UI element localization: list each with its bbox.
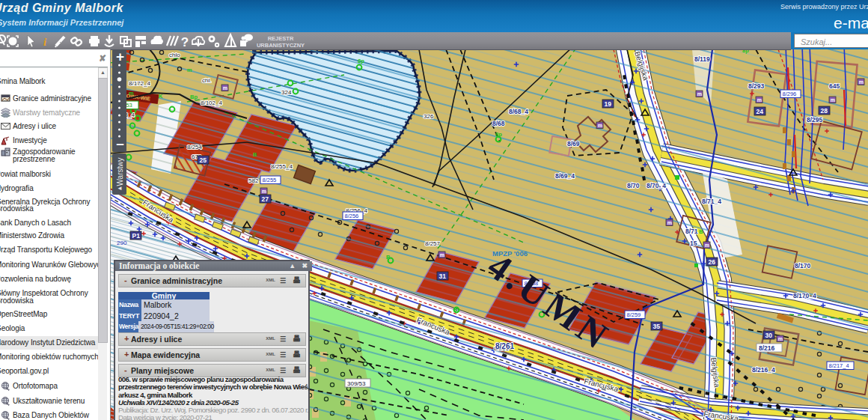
svg-text:P1: P1 <box>132 232 141 240</box>
svg-text:24: 24 <box>757 108 764 115</box>
svg-text:8/170: 8/170 <box>795 262 811 270</box>
svg-text:8/216: 8/216 <box>759 344 775 352</box>
svg-text:8/71_4: 8/71_4 <box>702 198 721 205</box>
svg-text:m: m <box>831 97 835 103</box>
svg-text:B: B <box>699 228 703 235</box>
svg-text:m: m <box>705 243 709 248</box>
svg-text:m: m <box>262 189 266 194</box>
svg-text:m: m <box>129 90 134 97</box>
svg-text:25: 25 <box>200 156 207 164</box>
svg-text:309/53: 309/53 <box>347 380 366 387</box>
svg-text:8/217_4: 8/217_4 <box>829 362 849 369</box>
svg-text:8/102_4: 8/102_4 <box>201 100 222 106</box>
svg-text:582: 582 <box>248 177 259 184</box>
svg-text:8/257: 8/257 <box>425 240 441 247</box>
svg-text:324: 324 <box>281 89 292 96</box>
svg-text:K: K <box>159 93 163 100</box>
svg-text:m: m <box>187 67 192 73</box>
svg-text:8/261: 8/261 <box>495 342 514 350</box>
svg-text:8/172_4: 8/172_4 <box>129 80 150 87</box>
svg-text:chl.: chl. <box>202 77 211 84</box>
svg-text:26: 26 <box>709 258 716 266</box>
svg-text:B: B <box>453 306 458 313</box>
svg-text:8/119: 8/119 <box>694 55 710 63</box>
svg-text:8/254: 8/254 <box>187 144 203 150</box>
svg-text:8/68: 8/68 <box>492 120 505 127</box>
svg-text:27: 27 <box>262 195 269 203</box>
svg-text:8/295: 8/295 <box>807 116 823 124</box>
svg-text:B: B <box>386 254 391 261</box>
svg-text:i: i <box>43 36 47 48</box>
svg-text:30: 30 <box>765 332 773 339</box>
svg-text:m: m <box>859 79 864 85</box>
svg-text:31: 31 <box>439 273 447 280</box>
svg-text:m: m <box>440 252 444 258</box>
svg-text:chlo: chlo <box>169 52 180 58</box>
svg-text:290: 290 <box>117 240 127 246</box>
svg-text:m: m <box>598 123 602 128</box>
svg-text:15: 15 <box>690 240 697 247</box>
svg-text:?: ? <box>181 35 189 49</box>
svg-text:B: B <box>253 151 257 158</box>
svg-text:8/293: 8/293 <box>748 82 765 90</box>
svg-text:8/69: 8/69 <box>567 140 580 147</box>
svg-text:8/259: 8/259 <box>627 311 641 318</box>
svg-text:m: m <box>778 336 783 341</box>
svg-text:m: m <box>223 85 227 91</box>
svg-text:8/216_4: 8/216_4 <box>752 366 775 374</box>
svg-text:28: 28 <box>821 107 828 115</box>
svg-text:m: m <box>667 220 672 225</box>
svg-text:35: 35 <box>653 323 661 330</box>
svg-text:8/68_4: 8/68_4 <box>509 108 528 115</box>
svg-text:Bp: Bp <box>190 94 198 100</box>
svg-text:8/70: 8/70 <box>627 182 640 189</box>
svg-text:8/255_4: 8/255_4 <box>271 163 293 170</box>
svg-text:8/256: 8/256 <box>345 213 359 219</box>
svg-text:8/69_4: 8/69_4 <box>555 172 575 180</box>
svg-text:8/71: 8/71 <box>685 228 698 235</box>
svg-text:8/70_4: 8/70_4 <box>647 182 666 189</box>
svg-text:m: m <box>697 91 702 97</box>
svg-text:m: m <box>757 97 762 103</box>
svg-text:8p: 8p <box>358 58 364 64</box>
svg-text:8/255: 8/255 <box>263 177 277 183</box>
svg-text:8/296: 8/296 <box>783 91 797 97</box>
svg-text:8p: 8p <box>495 131 502 138</box>
svg-text:326: 326 <box>424 113 434 120</box>
svg-text:19: 19 <box>605 100 612 108</box>
svg-text:645: 645 <box>829 82 840 90</box>
svg-text:8/170_4: 8/170_4 <box>793 292 816 299</box>
